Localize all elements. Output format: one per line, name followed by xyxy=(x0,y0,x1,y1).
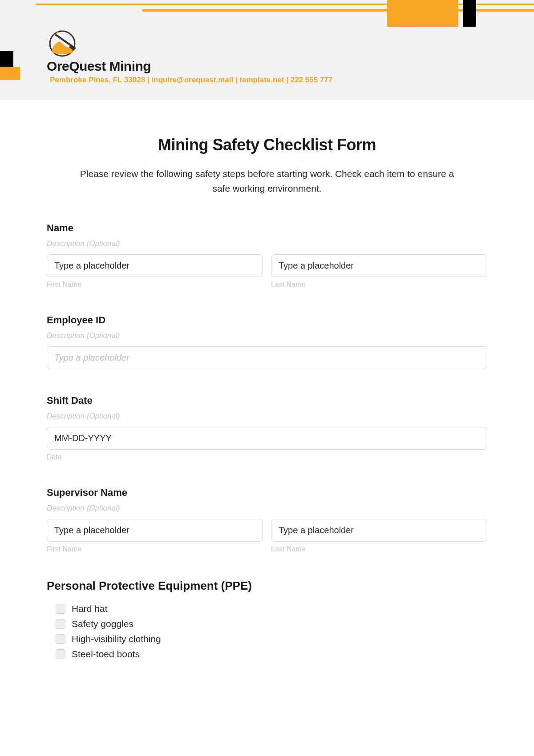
supervisor-first-name-input[interactable] xyxy=(47,519,263,542)
checkbox[interactable] xyxy=(56,649,65,659)
field-label: Employee ID xyxy=(47,314,487,326)
last-name-sublabel: Last Name xyxy=(271,281,487,289)
field-label: Shift Date xyxy=(47,395,487,406)
supervisor-last-name-input[interactable] xyxy=(271,519,487,542)
shift-date-input[interactable] xyxy=(47,427,487,450)
check-label: Hard hat xyxy=(72,603,108,614)
company-contact-info: Pembroke Pines, FL 33028 | inquire@orequ… xyxy=(50,76,332,84)
deco-block xyxy=(0,51,13,67)
field-group-supervisor: Supervisor Name Description (Optional) F… xyxy=(47,487,487,553)
field-description-hint: Description (Optional) xyxy=(47,239,487,248)
deco-block xyxy=(463,0,476,27)
form-intro: Please review the following safety steps… xyxy=(71,167,463,196)
form-body: Mining Safety Checklist Form Please revi… xyxy=(0,100,534,682)
field-group-employee-id: Employee ID Description (Optional) xyxy=(47,314,487,369)
svg-point-2 xyxy=(60,30,61,31)
first-name-sublabel: First Name xyxy=(47,281,263,289)
first-name-input[interactable] xyxy=(47,254,263,277)
check-item: Safety goggles xyxy=(56,619,487,629)
date-sublabel: Date xyxy=(47,453,487,461)
checkbox[interactable] xyxy=(56,619,65,629)
checkbox[interactable] xyxy=(56,604,65,614)
svg-point-3 xyxy=(54,34,56,36)
last-name-input[interactable] xyxy=(271,254,487,277)
field-label: Supervisor Name xyxy=(47,487,487,499)
deco-block xyxy=(0,67,20,80)
company-logo-icon xyxy=(47,26,82,59)
ppe-heading: Personal Protective Equipment (PPE) xyxy=(47,579,487,593)
check-item: High-visibility clothing xyxy=(56,634,487,644)
check-label: Safety goggles xyxy=(72,619,134,629)
check-item: Steel-toed boots xyxy=(56,649,487,659)
document-header: OreQuest Mining Pembroke Pines, FL 33028… xyxy=(0,0,534,100)
employee-id-input[interactable] xyxy=(47,346,487,369)
field-group-shift-date: Shift Date Description (Optional) Date xyxy=(47,395,487,461)
company-name: OreQuest Mining xyxy=(47,59,151,74)
field-group-name: Name Description (Optional) First Name L… xyxy=(47,222,487,289)
checkbox[interactable] xyxy=(56,634,65,644)
field-label: Name xyxy=(47,222,487,234)
field-description-hint: Description (Optional) xyxy=(47,412,487,421)
deco-block xyxy=(387,0,458,27)
ppe-checklist: Hard hat Safety goggles High-visibility … xyxy=(47,603,487,659)
svg-point-1 xyxy=(57,31,58,33)
check-item: Hard hat xyxy=(56,603,487,614)
field-description-hint: Description (Optional) xyxy=(47,331,487,340)
deco-line xyxy=(36,4,534,5)
last-name-sublabel: Last Name xyxy=(271,545,487,553)
first-name-sublabel: First Name xyxy=(47,545,263,553)
field-description-hint: Description (Optional) xyxy=(47,504,487,513)
check-label: High-visibility clothing xyxy=(72,634,161,644)
form-title: Mining Safety Checklist Form xyxy=(47,136,487,154)
check-label: Steel-toed boots xyxy=(72,649,140,659)
